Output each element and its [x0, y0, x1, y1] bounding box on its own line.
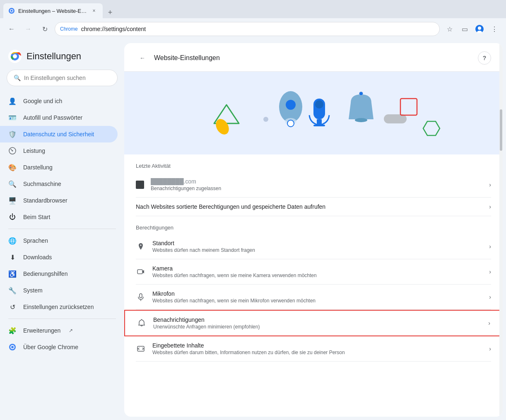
- arrow-icon: ›: [489, 345, 491, 352]
- wrench-icon: 🔧: [8, 286, 17, 294]
- menu-button[interactable]: ⋮: [488, 22, 501, 36]
- reload-button[interactable]: ↻: [38, 22, 51, 36]
- recent-activity-section: Letzte Aktivität ████████.com Benachrich…: [124, 154, 503, 216]
- address-bar[interactable]: Chrome chrome://settings/content: [55, 22, 440, 36]
- permission-embedded-subtitle: Websites dürfen darum bitten, Informatio…: [152, 350, 482, 355]
- sidebar-item-appearance[interactable]: 🎨 Darstellung: [0, 159, 118, 176]
- sidebar-item-autofill[interactable]: 🪪 Autofill und Passwörter: [0, 109, 118, 126]
- sidebar-item-extensions[interactable]: 🧩 Erweiterungen ↗: [0, 322, 118, 339]
- sidebar-item-label: Google und ich: [23, 98, 62, 104]
- content-pane: ← Website-Einstellungen ?: [124, 43, 503, 417]
- new-tab-button[interactable]: +: [104, 7, 116, 18]
- nav-divider: [8, 229, 116, 229]
- scrollbar-track[interactable]: [499, 43, 503, 417]
- scrollbar-thumb[interactable]: [500, 109, 502, 151]
- permission-microphone-title: Mikrofon: [152, 290, 482, 297]
- profile-icon: [475, 25, 484, 33]
- permission-notifications-subtitle: Unerwünschte Anfragen minimieren (empfoh…: [153, 324, 482, 330]
- sidebar-item-about[interactable]: Über Google Chrome: [0, 339, 118, 355]
- external-link-icon: ↗: [69, 328, 73, 333]
- recent-activity-site-item[interactable]: ████████.com Benachrichtigungen zugelass…: [136, 172, 491, 198]
- power-icon: ⏻: [8, 213, 17, 221]
- permissions-section: Berechtigungen Standort Websites dürfen …: [124, 216, 503, 362]
- svg-point-21: [315, 100, 323, 109]
- arrow-icon: ›: [489, 181, 491, 188]
- sidebar-item-languages[interactable]: 🌐 Sprachen: [0, 232, 118, 249]
- permission-camera-subtitle: Websites dürfen nachfragen, wenn sie mei…: [152, 273, 482, 278]
- sidebar-item-label: Beim Start: [23, 214, 50, 220]
- sidebar-item-privacy[interactable]: 🛡️ Datenschutz und Sicherheit: [0, 126, 118, 142]
- sidebar-item-performance[interactable]: Leistung: [0, 142, 118, 159]
- content-header: ← Website-Einstellungen ?: [124, 43, 503, 72]
- sidebar-item-label: Leistung: [23, 147, 45, 154]
- reset-icon: ↺: [8, 303, 17, 311]
- active-tab[interactable]: Einstellungen – Website-Einste... ×: [3, 3, 103, 18]
- section-title-recent: Letzte Aktivität: [136, 163, 491, 169]
- address-text: chrome://settings/content: [81, 26, 434, 32]
- search-input[interactable]: [24, 75, 111, 81]
- svg-rect-27: [384, 114, 407, 123]
- content-header-left: ← Website-Einstellungen: [136, 51, 220, 65]
- bookmark-button[interactable]: ☆: [443, 22, 456, 36]
- sidebar-toggle-button[interactable]: ▭: [458, 22, 471, 36]
- chrome-badge: Chrome: [60, 26, 78, 32]
- tab-title: Einstellungen – Website-Einste...: [18, 8, 87, 14]
- sidebar-item-search[interactable]: 🔍 Suchmaschine: [0, 176, 118, 192]
- nav-divider-2: [8, 319, 116, 319]
- sidebar-item-label: System: [23, 287, 43, 294]
- person-icon: 👤: [8, 97, 17, 105]
- tab-close-button[interactable]: ×: [90, 7, 98, 14]
- arrow-icon: ›: [489, 243, 491, 250]
- permission-microphone-text: Mikrofon Websites dürfen nachfragen, wen…: [152, 290, 482, 304]
- sidebar-item-google[interactable]: 👤 Google und ich: [0, 93, 118, 109]
- sidebar-item-startup[interactable]: ⏻ Beim Start: [0, 209, 118, 225]
- back-button[interactable]: ←: [5, 22, 18, 36]
- sidebar-item-label: Suchmaschine: [23, 181, 61, 187]
- svg-rect-34: [140, 294, 142, 298]
- svg-point-15: [263, 117, 268, 122]
- tab-favicon: [8, 7, 15, 14]
- desktop-icon: 🖥️: [8, 196, 17, 205]
- site-domain: ████████.com: [151, 178, 482, 185]
- permission-notifications-item[interactable]: Benachrichtigungen Unerwünschte Anfragen…: [124, 310, 503, 336]
- permission-microphone-item[interactable]: Mikrofon Websites dürfen nachfragen, wen…: [136, 285, 491, 310]
- sidebar-item-label: Erweiterungen: [23, 327, 60, 334]
- permission-location-item[interactable]: Standort Websites dürfen nach meinem Sta…: [136, 234, 491, 259]
- content-back-button[interactable]: ←: [136, 51, 149, 65]
- permission-camera-item[interactable]: Kamera Websites dürfen nachfragen, wenn …: [136, 259, 491, 285]
- sidebar-item-accessibility[interactable]: ♿ Bedienungshilfen: [0, 266, 118, 282]
- content-page-title: Website-Einstellungen: [154, 54, 220, 62]
- search-icon: 🔍: [14, 75, 21, 81]
- permission-embedded-item[interactable]: Eingebettete Inhalte Websites dürfen dar…: [136, 336, 491, 362]
- illustration-area: [124, 72, 503, 154]
- permission-notifications-text: Benachrichtigungen Unerwünschte Anfragen…: [153, 316, 482, 330]
- forward-button[interactable]: →: [22, 22, 35, 36]
- search-box[interactable]: 🔍: [7, 70, 118, 86]
- svg-point-26: [359, 92, 363, 95]
- sidebar-item-label: Standardbrowser: [23, 197, 67, 204]
- sidebar-item-reset[interactable]: ↺ Einstellungen zurücksetzen: [0, 299, 118, 315]
- sidebar-item-label: Sprachen: [23, 237, 48, 244]
- svg-rect-32: [137, 270, 142, 274]
- permissions-title: Berechtigungen: [136, 224, 491, 232]
- sidebar-item-system[interactable]: 🔧 System: [0, 282, 118, 299]
- sidebar-title: Einstellungen: [27, 51, 81, 62]
- svg-point-2: [11, 10, 13, 12]
- chrome-logo-icon: [8, 50, 22, 63]
- sorted-permissions-item[interactable]: Nach Websites sortierte Berechtigungen u…: [136, 198, 491, 216]
- sidebar-item-label: Downloads: [23, 254, 52, 261]
- sidebar-item-label: Darstellung: [23, 164, 53, 171]
- help-button[interactable]: ?: [478, 51, 491, 65]
- permission-camera-title: Kamera: [152, 265, 482, 272]
- permission-location-title: Standort: [152, 240, 482, 246]
- sidebar-item-label: Autofill und Passwörter: [23, 114, 82, 121]
- sidebar-item-default-browser[interactable]: 🖥️ Standardbrowser: [0, 192, 118, 209]
- embedded-content-icon: [136, 344, 146, 354]
- permission-embedded-title: Eingebettete Inhalte: [152, 342, 482, 349]
- permission-microphone-subtitle: Websites dürfen nachfragen, wenn sie mei…: [152, 298, 482, 304]
- svg-marker-30: [423, 121, 440, 135]
- profile-button[interactable]: [473, 22, 486, 36]
- bell-icon: [137, 318, 147, 328]
- sorted-title: Nach Websites sortierte Berechtigungen u…: [136, 203, 482, 210]
- sidebar-item-downloads[interactable]: ⬇ Downloads: [0, 249, 118, 266]
